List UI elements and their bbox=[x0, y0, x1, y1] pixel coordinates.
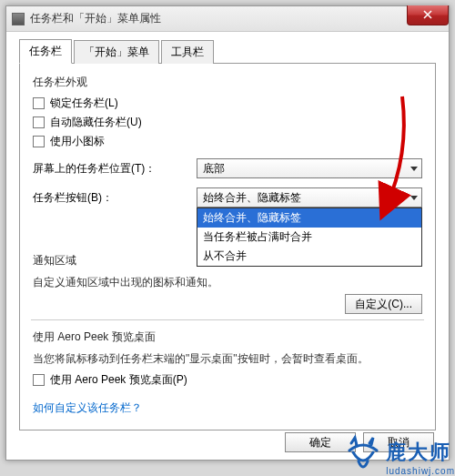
dropdown-item[interactable]: 始终合并、隐藏标签 bbox=[197, 208, 421, 228]
tabstrip: 任务栏 「开始」菜单 工具栏 bbox=[19, 39, 436, 64]
appearance-heading: 任务栏外观 bbox=[33, 75, 422, 90]
help-link[interactable]: 如何自定义该任务栏？ bbox=[33, 400, 142, 416]
watermark-url: ludashiwj.com bbox=[386, 466, 455, 476]
separator bbox=[31, 319, 424, 320]
small-icons-label: 使用小图标 bbox=[50, 134, 105, 149]
tab-label: 工具栏 bbox=[171, 46, 204, 58]
content-area: 任务栏 「开始」菜单 工具栏 任务栏外观 锁定任务栏(L) 自动隐藏任务栏(U)… bbox=[6, 32, 449, 460]
titlebar: 任务栏和「开始」菜单属性 bbox=[6, 6, 449, 32]
aero-desc: 当您将鼠标移动到任务栏末端的"显示桌面"按钮时，会暂时查看桌面。 bbox=[33, 350, 422, 367]
button-label: 确定 bbox=[309, 435, 331, 451]
lock-taskbar-row: 锁定任务栏(L) bbox=[33, 96, 422, 111]
customize-row: 自定义(C)... bbox=[33, 294, 422, 314]
tab-label: 「开始」菜单 bbox=[84, 46, 149, 58]
buttons-row: 任务栏按钮(B)： 始终合并、隐藏标签 始终合并、隐藏标签 当任务栏被占满时合并… bbox=[33, 187, 422, 208]
buttons-value: 始终合并、隐藏标签 bbox=[203, 190, 301, 206]
aero-peek-checkbox[interactable] bbox=[33, 374, 45, 386]
tab-label: 任务栏 bbox=[29, 45, 62, 57]
buttons-combo[interactable]: 始终合并、隐藏标签 始终合并、隐藏标签 当任务栏被占满时合并 从不合并 bbox=[197, 187, 422, 208]
position-label: 屏幕上的任务栏位置(T)： bbox=[33, 161, 197, 177]
dialog-buttons: 确定 取消 bbox=[285, 432, 434, 452]
buttons-label: 任务栏按钮(B)： bbox=[33, 190, 197, 206]
position-combo[interactable]: 底部 bbox=[197, 158, 422, 178]
small-icons-checkbox[interactable] bbox=[33, 136, 45, 147]
customize-button[interactable]: 自定义(C)... bbox=[345, 294, 422, 314]
button-label: 自定义(C)... bbox=[355, 297, 412, 312]
autohide-checkbox[interactable] bbox=[33, 116, 45, 128]
dialog-window: 任务栏和「开始」菜单属性 任务栏 「开始」菜单 工具栏 任务栏外观 锁定任务栏(… bbox=[5, 5, 450, 461]
buttons-dropdown: 始终合并、隐藏标签 当任务栏被占满时合并 从不合并 bbox=[197, 208, 422, 267]
lock-taskbar-checkbox[interactable] bbox=[33, 97, 45, 109]
app-icon bbox=[12, 13, 25, 25]
notify-desc: 自定义通知区域中出现的图标和通知。 bbox=[33, 274, 422, 290]
tab-toolbars[interactable]: 工具栏 bbox=[161, 40, 214, 64]
chevron-down-icon bbox=[410, 196, 418, 200]
ok-button[interactable]: 确定 bbox=[285, 432, 356, 452]
autohide-row: 自动隐藏任务栏(U) bbox=[33, 115, 422, 130]
cancel-button[interactable]: 取消 bbox=[363, 432, 434, 452]
dropdown-item[interactable]: 从不合并 bbox=[197, 247, 421, 266]
aero-peek-row: 使用 Aero Peek 预览桌面(P) bbox=[33, 372, 422, 388]
lock-taskbar-label: 锁定任务栏(L) bbox=[50, 96, 118, 111]
tab-taskbar[interactable]: 任务栏 bbox=[19, 39, 72, 64]
button-label: 取消 bbox=[388, 435, 410, 451]
chevron-down-icon bbox=[410, 167, 418, 171]
position-value: 底部 bbox=[203, 161, 225, 177]
small-icons-row: 使用小图标 bbox=[33, 134, 422, 149]
aero-heading: 使用 Aero Peek 预览桌面 bbox=[33, 329, 422, 345]
aero-peek-label: 使用 Aero Peek 预览桌面(P) bbox=[50, 372, 187, 388]
close-button[interactable] bbox=[407, 5, 449, 25]
tab-startmenu[interactable]: 「开始」菜单 bbox=[74, 40, 159, 64]
dropdown-item[interactable]: 当任务栏被占满时合并 bbox=[197, 228, 421, 247]
autohide-label: 自动隐藏任务栏(U) bbox=[50, 115, 142, 130]
close-icon bbox=[423, 9, 432, 22]
tab-panel: 任务栏外观 锁定任务栏(L) 自动隐藏任务栏(U) 使用小图标 屏幕上的任务栏位… bbox=[19, 63, 436, 430]
window-title: 任务栏和「开始」菜单属性 bbox=[30, 11, 161, 26]
position-row: 屏幕上的任务栏位置(T)： 底部 bbox=[33, 158, 422, 178]
